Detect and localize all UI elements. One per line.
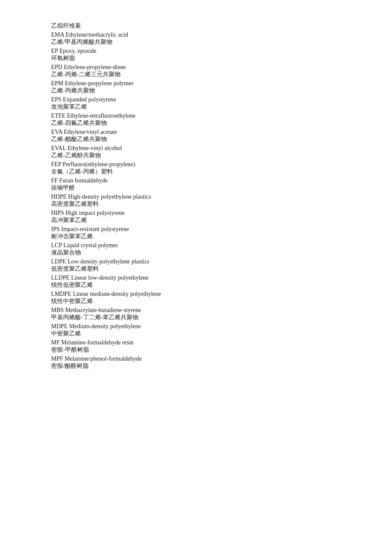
zh-text: 耐冲击聚苯乙烯 xyxy=(51,233,341,240)
list-item: HDPE High-density polyethylene plastics高… xyxy=(51,194,341,208)
zh-text: 中密聚乙烯 xyxy=(51,330,341,338)
list-item: LDPE Low-density polyethylene plastics低密… xyxy=(51,258,341,273)
zh-text: 甲基丙烯酸-丁二烯-苯乙烯共聚物 xyxy=(51,314,341,321)
en-text: EVA Ethylene/vinyl acetate xyxy=(51,129,341,136)
en-text: ETFE Ethylene-tetrafluoroethylene xyxy=(51,113,341,119)
list-item: LMDPE Linear medium-density polyethylene… xyxy=(51,291,341,305)
list-item: MDPE Medium-density polyethylene中密聚乙烯 xyxy=(51,323,341,338)
en-text: FF Furan formaldehyde xyxy=(51,177,341,184)
en-text: IPS Impact-resistant polystyrene xyxy=(51,226,341,233)
list-item: EPD Ethylene-propylene-diene乙烯-丙烯-二烯三元共聚… xyxy=(51,64,341,78)
zh-text: 乙烯/甲基丙烯酸共聚物 xyxy=(51,38,341,46)
en-text: FEP Perfluoro(ethylene-propylene) xyxy=(51,161,341,168)
zh-text: 发泡聚苯乙烯 xyxy=(51,103,341,111)
zh-text: 线性中密聚乙烯 xyxy=(51,298,341,305)
en-text: EPD Ethylene-propylene-diene xyxy=(51,64,341,71)
en-text: HDPE High-density polyethylene plastics xyxy=(51,194,341,200)
en-text: MDPE Medium-density polyethylene xyxy=(51,323,341,330)
zh-text: 乙烯-四氟乙烯共聚物 xyxy=(51,119,341,127)
en-text: EVAL Ethylene-vinyl alcohol xyxy=(51,145,341,152)
list-item: MBS Methacrylate-butadiene-styrene甲基丙烯酸-… xyxy=(51,307,341,321)
en-text: EPS Expanded polystyrene xyxy=(51,96,341,103)
list-item: FF Furan formaldehyde呋喃甲醛 xyxy=(51,177,341,192)
list-item: HIPS High impact polystyrene高冲聚苯乙烯 xyxy=(51,210,341,224)
zh-text: 密胺/酚醛树脂 xyxy=(51,362,341,370)
zh-text: 乙烷纤维素 xyxy=(51,22,341,30)
zh-text: 呋喃甲醛 xyxy=(51,184,341,192)
list-item: EMA Ethylene/methacrylic acid乙烯/甲基丙烯酸共聚物 xyxy=(51,32,341,46)
en-text: MBS Methacrylate-butadiene-styrene xyxy=(51,307,341,314)
zh-text: 乙烯-醋酸乙烯共聚物 xyxy=(51,136,341,143)
list-item: LCP Liquid crystal polymer液晶聚合物 xyxy=(51,242,341,257)
entries-list: 乙烷纤维素EMA Ethylene/methacrylic acid乙烯/甲基丙… xyxy=(51,22,341,370)
list-item: MPF Melamine/phenol-formaldehyde密胺/酚醛树脂 xyxy=(51,356,341,370)
en-text: EMA Ethylene/methacrylic acid xyxy=(51,32,341,38)
en-text: MPF Melamine/phenol-formaldehyde xyxy=(51,356,341,362)
zh-text: 线性低密聚乙烯 xyxy=(51,281,341,289)
en-text: LCP Liquid crystal polymer xyxy=(51,242,341,249)
list-item: EVAL Ethylene-vinyl alcohol乙烯-乙烯醇共聚物 xyxy=(51,145,341,159)
zh-text: 密胺-甲醛树脂 xyxy=(51,346,341,354)
list-item: IPS Impact-resistant polystyrene耐冲击聚苯乙烯 xyxy=(51,226,341,240)
zh-text: 高密度聚乙烯塑料 xyxy=(51,200,341,208)
en-text: LDPE Low-density polyethylene plastics xyxy=(51,258,341,265)
list-item: EP Epoxy, epoxide环氧树脂 xyxy=(51,48,341,62)
list-item: LLDPE Linear low-density polyethylene线性低… xyxy=(51,275,341,289)
zh-text: 乙烯-乙烯醇共聚物 xyxy=(51,152,341,159)
list-item: EPM Ethylene-propylene polymer乙烯-丙烯共聚物 xyxy=(51,80,341,95)
en-text: EP Epoxy, epoxide xyxy=(51,48,341,55)
zh-text: 低密度聚乙烯塑料 xyxy=(51,265,341,273)
zh-text: 高冲聚苯乙烯 xyxy=(51,217,341,224)
list-item: FEP Perfluoro(ethylene-propylene)全氟（乙烯-丙… xyxy=(51,161,341,176)
list-item: ETFE Ethylene-tetrafluoroethylene乙烯-四氟乙烯… xyxy=(51,113,341,127)
zh-text: 全氟（乙烯-丙烯）塑料 xyxy=(51,168,341,176)
zh-text: 环氧树脂 xyxy=(51,55,341,62)
en-text: HIPS High impact polystyrene xyxy=(51,210,341,217)
en-text: LLDPE Linear low-density polyethylene xyxy=(51,275,341,281)
en-text: MF Melamine-formaldehyde resin xyxy=(51,339,341,346)
en-text: LMDPE Linear medium-density polyethylene xyxy=(51,291,341,298)
list-item: EPS Expanded polystyrene发泡聚苯乙烯 xyxy=(51,96,341,111)
zh-text: 液晶聚合物 xyxy=(51,249,341,257)
zh-text: 乙烯-丙烯共聚物 xyxy=(51,87,341,95)
list-item: EVA Ethylene/vinyl acetate乙烯-醋酸乙烯共聚物 xyxy=(51,129,341,143)
zh-text: 乙烯-丙烯-二烯三元共聚物 xyxy=(51,71,341,78)
list-item: 乙烷纤维素 xyxy=(51,22,341,30)
en-text: EPM Ethylene-propylene polymer xyxy=(51,80,341,87)
list-item: MF Melamine-formaldehyde resin密胺-甲醛树脂 xyxy=(51,339,341,354)
